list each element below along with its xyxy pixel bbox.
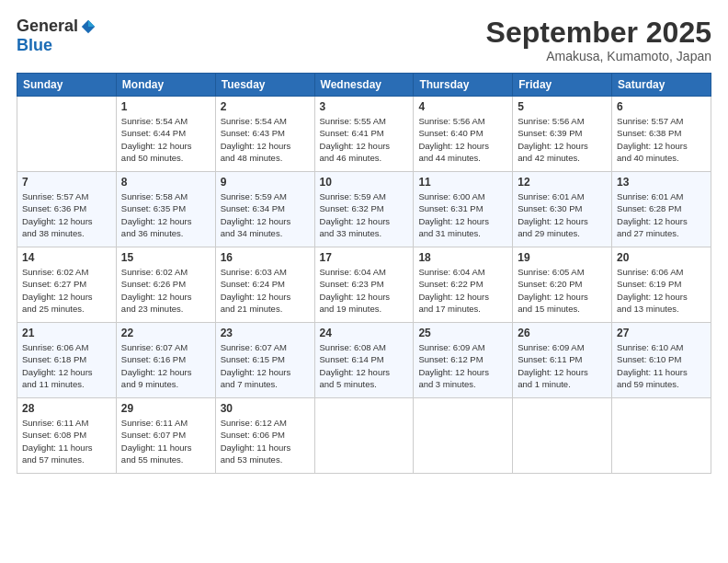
calendar-cell: 23Sunrise: 6:07 AM Sunset: 6:15 PM Dayli… xyxy=(215,323,314,398)
day-number: 3 xyxy=(320,100,409,113)
month-title: September 2025 xyxy=(486,17,711,49)
day-info: Sunrise: 6:11 AM Sunset: 6:08 PM Dayligh… xyxy=(22,417,111,465)
day-number: 1 xyxy=(121,100,210,113)
day-number: 11 xyxy=(418,176,507,189)
day-info: Sunrise: 6:12 AM Sunset: 6:06 PM Dayligh… xyxy=(221,417,310,465)
day-number: 29 xyxy=(121,402,210,415)
calendar-cell: 25Sunrise: 6:09 AM Sunset: 6:12 PM Dayli… xyxy=(414,323,513,398)
calendar-cell: 11Sunrise: 6:00 AM Sunset: 6:31 PM Dayli… xyxy=(414,172,513,247)
day-number: 26 xyxy=(518,327,607,339)
day-number: 13 xyxy=(617,176,706,189)
col-tuesday: Tuesday xyxy=(215,74,314,97)
day-info: Sunrise: 5:56 AM Sunset: 6:39 PM Dayligh… xyxy=(518,115,607,164)
logo: General Blue xyxy=(17,17,97,55)
day-info: Sunrise: 6:07 AM Sunset: 6:16 PM Dayligh… xyxy=(121,341,210,390)
location-subtitle: Amakusa, Kumamoto, Japan xyxy=(486,49,711,63)
day-info: Sunrise: 6:05 AM Sunset: 6:20 PM Dayligh… xyxy=(518,266,607,315)
day-number: 23 xyxy=(221,327,310,339)
calendar-cell: 19Sunrise: 6:05 AM Sunset: 6:20 PM Dayli… xyxy=(513,247,612,323)
calendar-week-3: 14Sunrise: 6:02 AM Sunset: 6:27 PM Dayli… xyxy=(17,247,711,323)
col-friday: Friday xyxy=(513,74,612,97)
calendar-cell: 13Sunrise: 6:01 AM Sunset: 6:28 PM Dayli… xyxy=(612,172,711,247)
calendar-cell xyxy=(612,398,711,474)
page-container: General Blue September 2025 Amakusa, Kum… xyxy=(0,0,728,563)
day-number: 16 xyxy=(221,251,310,264)
calendar-week-1: 1Sunrise: 5:54 AM Sunset: 6:44 PM Daylig… xyxy=(17,97,711,172)
day-number: 10 xyxy=(320,176,409,189)
calendar-cell xyxy=(414,398,513,474)
calendar-cell: 30Sunrise: 6:12 AM Sunset: 6:06 PM Dayli… xyxy=(215,398,314,474)
calendar-cell: 20Sunrise: 6:06 AM Sunset: 6:19 PM Dayli… xyxy=(612,247,711,323)
title-block: September 2025 Amakusa, Kumamoto, Japan xyxy=(486,17,711,63)
day-info: Sunrise: 6:02 AM Sunset: 6:27 PM Dayligh… xyxy=(22,266,111,315)
day-info: Sunrise: 6:02 AM Sunset: 6:26 PM Dayligh… xyxy=(121,266,210,315)
calendar-week-4: 21Sunrise: 6:06 AM Sunset: 6:18 PM Dayli… xyxy=(17,323,711,398)
page-header: General Blue September 2025 Amakusa, Kum… xyxy=(17,17,711,63)
day-info: Sunrise: 6:10 AM Sunset: 6:10 PM Dayligh… xyxy=(617,341,706,390)
calendar-cell: 8Sunrise: 5:58 AM Sunset: 6:35 PM Daylig… xyxy=(116,172,215,247)
logo-blue: Blue xyxy=(17,36,52,54)
day-info: Sunrise: 5:59 AM Sunset: 6:34 PM Dayligh… xyxy=(221,190,310,239)
calendar-cell: 7Sunrise: 5:57 AM Sunset: 6:36 PM Daylig… xyxy=(17,172,117,247)
day-number: 18 xyxy=(418,251,507,264)
calendar-table: Sunday Monday Tuesday Wednesday Thursday… xyxy=(17,73,711,474)
calendar-cell: 2Sunrise: 5:54 AM Sunset: 6:43 PM Daylig… xyxy=(215,97,314,172)
calendar-cell xyxy=(314,398,414,474)
day-info: Sunrise: 6:06 AM Sunset: 6:18 PM Dayligh… xyxy=(22,341,111,390)
day-number: 27 xyxy=(617,327,706,339)
day-number: 24 xyxy=(320,327,409,339)
col-saturday: Saturday xyxy=(612,74,711,97)
calendar-cell: 1Sunrise: 5:54 AM Sunset: 6:44 PM Daylig… xyxy=(116,97,215,172)
day-info: Sunrise: 6:08 AM Sunset: 6:14 PM Dayligh… xyxy=(320,341,409,390)
calendar-cell: 24Sunrise: 6:08 AM Sunset: 6:14 PM Dayli… xyxy=(314,323,414,398)
day-number: 21 xyxy=(22,327,111,339)
day-info: Sunrise: 5:55 AM Sunset: 6:41 PM Dayligh… xyxy=(320,115,409,164)
day-number: 30 xyxy=(221,402,310,415)
calendar-cell: 10Sunrise: 5:59 AM Sunset: 6:32 PM Dayli… xyxy=(314,172,414,247)
calendar-cell: 17Sunrise: 6:04 AM Sunset: 6:23 PM Dayli… xyxy=(314,247,414,323)
day-info: Sunrise: 6:09 AM Sunset: 6:11 PM Dayligh… xyxy=(518,341,607,390)
calendar-cell: 4Sunrise: 5:56 AM Sunset: 6:40 PM Daylig… xyxy=(414,97,513,172)
day-info: Sunrise: 6:00 AM Sunset: 6:31 PM Dayligh… xyxy=(418,190,507,239)
calendar-cell xyxy=(513,398,612,474)
day-number: 4 xyxy=(418,100,507,113)
day-number: 6 xyxy=(617,100,706,113)
day-number: 8 xyxy=(121,176,210,189)
calendar-cell: 16Sunrise: 6:03 AM Sunset: 6:24 PM Dayli… xyxy=(215,247,314,323)
calendar-cell: 6Sunrise: 5:57 AM Sunset: 6:38 PM Daylig… xyxy=(612,97,711,172)
calendar-cell: 26Sunrise: 6:09 AM Sunset: 6:11 PM Dayli… xyxy=(513,323,612,398)
day-number: 7 xyxy=(22,176,111,189)
calendar-cell: 15Sunrise: 6:02 AM Sunset: 6:26 PM Dayli… xyxy=(116,247,215,323)
calendar-week-5: 28Sunrise: 6:11 AM Sunset: 6:08 PM Dayli… xyxy=(17,398,711,474)
calendar-header-row: Sunday Monday Tuesday Wednesday Thursday… xyxy=(17,74,711,97)
svg-marker-1 xyxy=(88,19,95,26)
day-info: Sunrise: 6:04 AM Sunset: 6:22 PM Dayligh… xyxy=(418,266,507,315)
col-monday: Monday xyxy=(116,74,215,97)
day-info: Sunrise: 5:56 AM Sunset: 6:40 PM Dayligh… xyxy=(418,115,507,164)
day-number: 14 xyxy=(22,251,111,264)
day-number: 25 xyxy=(418,327,507,339)
day-number: 5 xyxy=(518,100,607,113)
calendar-cell: 21Sunrise: 6:06 AM Sunset: 6:18 PM Dayli… xyxy=(17,323,117,398)
calendar-cell: 27Sunrise: 6:10 AM Sunset: 6:10 PM Dayli… xyxy=(612,323,711,398)
day-info: Sunrise: 6:09 AM Sunset: 6:12 PM Dayligh… xyxy=(418,341,507,390)
day-number: 19 xyxy=(518,251,607,264)
day-info: Sunrise: 5:57 AM Sunset: 6:36 PM Dayligh… xyxy=(22,190,111,239)
day-number: 20 xyxy=(617,251,706,264)
calendar-cell: 12Sunrise: 6:01 AM Sunset: 6:30 PM Dayli… xyxy=(513,172,612,247)
calendar-cell: 18Sunrise: 6:04 AM Sunset: 6:22 PM Dayli… xyxy=(414,247,513,323)
day-number: 9 xyxy=(221,176,310,189)
day-info: Sunrise: 6:11 AM Sunset: 6:07 PM Dayligh… xyxy=(121,417,210,465)
logo-icon xyxy=(80,18,97,35)
day-info: Sunrise: 5:57 AM Sunset: 6:38 PM Dayligh… xyxy=(617,115,706,164)
col-sunday: Sunday xyxy=(17,74,117,97)
calendar-cell: 29Sunrise: 6:11 AM Sunset: 6:07 PM Dayli… xyxy=(116,398,215,474)
col-thursday: Thursday xyxy=(414,74,513,97)
day-number: 15 xyxy=(121,251,210,264)
day-info: Sunrise: 5:54 AM Sunset: 6:43 PM Dayligh… xyxy=(221,115,310,164)
calendar-cell: 5Sunrise: 5:56 AM Sunset: 6:39 PM Daylig… xyxy=(513,97,612,172)
calendar-cell xyxy=(17,97,117,172)
col-wednesday: Wednesday xyxy=(314,74,414,97)
calendar-cell: 28Sunrise: 6:11 AM Sunset: 6:08 PM Dayli… xyxy=(17,398,117,474)
day-number: 22 xyxy=(121,327,210,339)
